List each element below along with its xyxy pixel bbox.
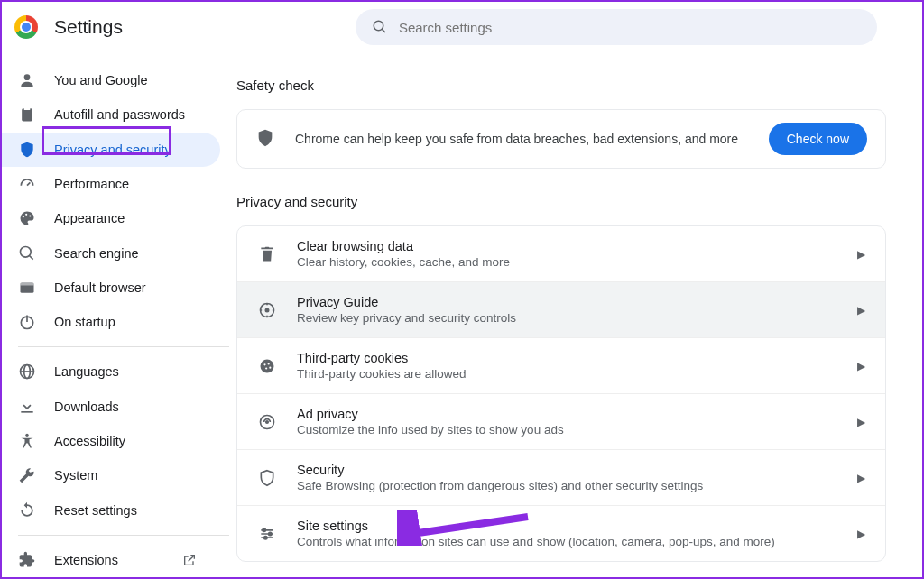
row-subtitle: Safe Browsing (protection from dangerous… xyxy=(297,479,837,492)
sidebar-item-label: Downloads xyxy=(54,400,119,414)
sidebar-item-label: Accessibility xyxy=(54,434,125,448)
clipboard-icon xyxy=(18,106,36,124)
sidebar-item-you-and-google[interactable]: You and Google xyxy=(2,63,220,97)
sidebar-item-on-startup[interactable]: On startup xyxy=(2,305,220,339)
sidebar-item-default-browser[interactable]: Default browser xyxy=(2,271,220,305)
search-icon xyxy=(372,19,388,35)
svg-rect-12 xyxy=(21,282,34,285)
sidebar: You and Google Autofill and passwords Pr… xyxy=(2,52,236,577)
row-title: Security xyxy=(297,463,837,477)
row-clear-browsing-data[interactable]: Clear browsing data Clear history, cooki… xyxy=(237,226,885,281)
svg-point-0 xyxy=(374,21,383,31)
row-subtitle: Third-party cookies are allowed xyxy=(297,367,837,381)
row-security[interactable]: Security Safe Browsing (protection from … xyxy=(237,449,885,505)
search-input[interactable] xyxy=(399,20,861,35)
sidebar-divider xyxy=(18,346,229,347)
sidebar-item-label: Extensions xyxy=(54,553,118,567)
svg-point-6 xyxy=(23,216,24,218)
row-title: Ad privacy xyxy=(297,407,837,421)
svg-point-23 xyxy=(263,363,265,365)
chevron-right-icon: ▶ xyxy=(857,360,865,372)
svg-point-25 xyxy=(265,367,267,369)
sliders-icon xyxy=(257,524,277,544)
sidebar-item-label: You and Google xyxy=(54,73,147,87)
shield-filled-icon xyxy=(255,128,275,151)
svg-point-32 xyxy=(263,528,265,531)
app-header: Settings xyxy=(2,2,922,52)
speedometer-icon xyxy=(18,175,36,193)
shield-icon xyxy=(18,141,36,159)
svg-point-21 xyxy=(265,308,268,311)
palette-icon xyxy=(18,209,36,227)
chevron-right-icon: ▶ xyxy=(857,528,865,540)
sidebar-item-label: System xyxy=(54,468,97,482)
person-icon xyxy=(18,71,36,89)
globe-icon xyxy=(18,363,36,381)
safety-check-card: Chrome can help keep you safe from data … xyxy=(236,109,886,169)
row-title: Clear browsing data xyxy=(297,239,837,253)
sidebar-item-label: Search engine xyxy=(54,246,139,261)
sidebar-item-performance[interactable]: Performance xyxy=(2,167,220,201)
row-title: Third-party cookies xyxy=(297,351,837,365)
sidebar-item-label: Performance xyxy=(54,177,129,191)
row-ad-privacy[interactable]: Ad privacy Customize the info used by si… xyxy=(237,393,885,449)
chevron-right-icon: ▶ xyxy=(857,472,865,484)
sidebar-item-downloads[interactable]: Downloads xyxy=(2,390,220,424)
svg-point-22 xyxy=(261,359,274,372)
safety-check-description: Chrome can help keep you safe from data … xyxy=(295,132,749,146)
compass-icon xyxy=(257,300,277,320)
row-site-settings[interactable]: Site settings Controls what information … xyxy=(237,505,885,561)
row-third-party-cookies[interactable]: Third-party cookies Third-party cookies … xyxy=(237,337,885,393)
search-icon xyxy=(18,244,36,262)
row-subtitle: Controls what information sites can use … xyxy=(297,535,837,548)
row-title: Privacy Guide xyxy=(297,295,837,309)
svg-line-10 xyxy=(30,255,33,259)
ad-privacy-icon xyxy=(257,412,277,432)
sidebar-item-label: Autofill and passwords xyxy=(54,107,185,122)
svg-line-5 xyxy=(27,182,30,185)
svg-rect-3 xyxy=(22,109,32,122)
power-icon xyxy=(18,313,36,331)
search-container[interactable] xyxy=(356,9,877,45)
shield-outline-icon xyxy=(257,468,277,488)
svg-line-1 xyxy=(382,29,385,32)
svg-rect-4 xyxy=(24,107,31,110)
row-privacy-guide[interactable]: Privacy Guide Review key privacy and sec… xyxy=(237,281,885,337)
wrench-icon xyxy=(18,466,36,484)
trash-icon xyxy=(257,244,277,264)
extension-icon xyxy=(18,551,36,569)
sidebar-item-accessibility[interactable]: Accessibility xyxy=(2,424,220,458)
svg-point-33 xyxy=(269,532,272,535)
svg-point-28 xyxy=(266,420,269,423)
svg-point-8 xyxy=(29,216,31,217)
chrome-logo-icon xyxy=(14,15,38,39)
sidebar-item-reset[interactable]: Reset settings xyxy=(2,493,220,528)
sidebar-item-label: On startup xyxy=(54,315,116,329)
page-title: Settings xyxy=(54,16,123,38)
sidebar-item-label: Appearance xyxy=(54,211,125,225)
external-link-icon xyxy=(180,551,199,569)
svg-point-24 xyxy=(268,363,270,364)
svg-point-2 xyxy=(24,74,31,80)
accessibility-icon xyxy=(18,432,36,450)
sidebar-item-autofill[interactable]: Autofill and passwords xyxy=(2,97,220,132)
safety-check-heading: Safety check xyxy=(236,78,886,93)
sidebar-item-appearance[interactable]: Appearance xyxy=(2,201,220,235)
sidebar-divider xyxy=(18,535,229,536)
row-title: Site settings xyxy=(297,519,837,533)
row-subtitle: Clear history, cookies, cache, and more xyxy=(297,255,837,269)
download-icon xyxy=(18,398,36,416)
privacy-card: Clear browsing data Clear history, cooki… xyxy=(236,225,886,562)
row-subtitle: Review key privacy and security controls xyxy=(297,311,837,325)
sidebar-item-extensions[interactable]: Extensions xyxy=(2,543,220,577)
sidebar-item-search-engine[interactable]: Search engine xyxy=(2,235,220,270)
sidebar-item-label: Privacy and security xyxy=(54,142,171,157)
sidebar-item-languages[interactable]: Languages xyxy=(2,354,220,389)
cookie-icon xyxy=(257,356,277,376)
check-now-button[interactable]: Check now xyxy=(769,123,867,155)
sidebar-item-privacy[interactable]: Privacy and security xyxy=(2,133,220,167)
sidebar-item-system[interactable]: System xyxy=(2,458,220,492)
svg-rect-18 xyxy=(21,411,32,413)
svg-point-9 xyxy=(21,246,32,257)
sidebar-item-label: Default browser xyxy=(54,280,146,295)
